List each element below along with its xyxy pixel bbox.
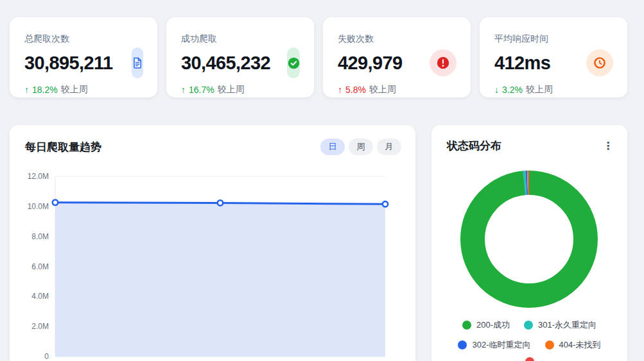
status-code-panel: 状态码分布 ⋮ 200-成功301-永久重定向302-临时重定向404-未找到 [431, 125, 627, 361]
tab-day[interactable]: 日 [320, 139, 345, 155]
donut-legend: 200-成功301-永久重定向302-临时重定向404-未找到 [431, 320, 627, 361]
stat-change: ↓ 3.2% 较上周 [494, 84, 613, 96]
legend-label: 301-永久重定向 [538, 319, 596, 331]
stat-card-success-crawls: 成功爬取 30,465,232 ↑ 16.7% 较上周 [166, 17, 314, 97]
stat-label: 失败次数 [338, 33, 457, 45]
tab-week[interactable]: 周 [349, 139, 373, 155]
svg-text:8.0M: 8.0M [31, 232, 49, 241]
arrow-up-icon: ↑ [24, 85, 29, 95]
legend-label: 302-临时重定向 [472, 339, 530, 351]
crawler-dashboard: 总爬取次数 30,895,211 ↑ 18.2% 较上周 成功爬取 [0, 0, 644, 361]
stat-card-failed-crawls: 失败次数 429,979 ↑ 5.8% 较上周 [323, 17, 471, 97]
stat-value: 429,979 [338, 53, 403, 74]
svg-text:4.0M: 4.0M [31, 292, 49, 301]
legend-dot-icon [524, 321, 533, 330]
legend-dot-icon [458, 340, 467, 349]
svg-text:2.0M: 2.0M [31, 322, 49, 331]
stat-label: 成功爬取 [181, 33, 300, 45]
document-icon [132, 47, 143, 78]
legend-label: 404-未找到 [559, 339, 601, 351]
arrow-up-icon: ↑ [181, 85, 186, 95]
legend-dot-icon [525, 357, 534, 361]
stat-change: ↑ 18.2% 较上周 [24, 84, 143, 96]
legend-label: 200-成功 [476, 319, 510, 331]
clock-icon [586, 49, 613, 76]
stat-value: 30,465,232 [181, 53, 270, 74]
svg-text:10.0M: 10.0M [28, 202, 49, 211]
stat-value: 412ms [494, 53, 550, 74]
stat-change: ↑ 16.7% 较上周 [181, 84, 300, 96]
stat-card-total-crawls: 总爬取次数 30,895,211 ↑ 18.2% 较上周 [10, 17, 157, 97]
legend-item[interactable]: 200-成功 [462, 319, 510, 331]
stat-change: ↑ 5.8% 较上周 [338, 84, 457, 96]
kebab-menu-icon[interactable]: ⋮ [603, 142, 613, 151]
tab-month[interactable]: 月 [377, 139, 401, 155]
stats-row: 总爬取次数 30,895,211 ↑ 18.2% 较上周 成功爬取 [10, 17, 627, 97]
svg-text:0: 0 [44, 352, 49, 361]
legend-item[interactable]: 301-永久重定向 [524, 319, 596, 331]
stat-card-avg-response-time: 平均响应时间 412ms ↓ 3.2% 较上周 [480, 17, 627, 97]
stat-label: 总爬取次数 [24, 33, 143, 45]
legend-item[interactable]: 404-未找到 [545, 339, 601, 351]
arrow-down-icon: ↓ [494, 85, 499, 95]
panel-title: 状态码分布 [447, 139, 501, 153]
legend-dot-icon [545, 340, 554, 349]
panel-title: 每日爬取量趋势 [25, 140, 101, 155]
legend-item[interactable]: 302-临时重定向 [458, 339, 530, 351]
donut-chart [457, 167, 601, 311]
line-chart: 12.0M10.0M8.0M6.0M4.0M2.0M0 [10, 170, 415, 361]
legend-item[interactable] [525, 357, 534, 361]
svg-text:6.0M: 6.0M [31, 262, 49, 271]
legend-dot-icon [462, 321, 471, 330]
svg-text:12.0M: 12.0M [28, 172, 49, 181]
alert-circle-icon [430, 49, 457, 76]
period-tabs: 日 周 月 [320, 139, 401, 155]
stat-label: 平均响应时间 [494, 33, 613, 45]
check-circle-icon [287, 47, 300, 78]
stat-value: 30,895,211 [24, 53, 113, 74]
daily-trend-panel: 每日爬取量趋势 日 周 月 12.0M10.0M8.0M6.0M4.0M2.0M… [10, 125, 415, 361]
arrow-up-icon: ↑ [338, 85, 342, 95]
